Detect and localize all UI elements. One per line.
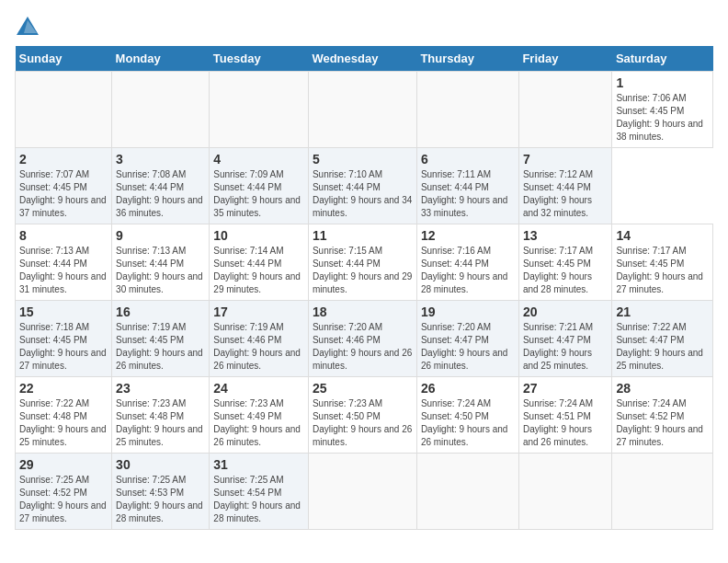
empty-cell [308, 454, 416, 530]
calendar-day-14: 14Sunrise: 7:17 AMSunset: 4:45 PMDayligh… [612, 224, 713, 301]
empty-cell [518, 454, 611, 530]
calendar-day-24: 24Sunrise: 7:23 AMSunset: 4:49 PMDayligh… [210, 377, 309, 454]
empty-cell [612, 454, 713, 530]
logo-icon [15, 15, 40, 37]
calendar-day-19: 19Sunrise: 7:20 AMSunset: 4:47 PMDayligh… [416, 301, 518, 377]
calendar-day-12: 12Sunrise: 7:16 AMSunset: 4:44 PMDayligh… [416, 224, 518, 301]
day-header-tuesday: Tuesday [210, 46, 309, 72]
day-header-sunday: Sunday [16, 46, 112, 72]
calendar-day-18: 18Sunrise: 7:20 AMSunset: 4:46 PMDayligh… [308, 301, 416, 377]
calendar-day-25: 25Sunrise: 7:23 AMSunset: 4:50 PMDayligh… [308, 377, 416, 454]
empty-cell [112, 72, 210, 148]
day-header-thursday: Thursday [416, 46, 518, 72]
calendar-day-8: 8Sunrise: 7:13 AMSunset: 4:44 PMDaylight… [16, 224, 112, 301]
calendar-table: SundayMondayTuesdayWednesdayThursdayFrid… [15, 46, 713, 530]
calendar-day-26: 26Sunrise: 7:24 AMSunset: 4:50 PMDayligh… [416, 377, 518, 454]
empty-cell [16, 72, 112, 148]
logo [15, 15, 42, 37]
calendar-day-20: 20Sunrise: 7:21 AMSunset: 4:47 PMDayligh… [518, 301, 611, 377]
calendar-day-11: 11Sunrise: 7:15 AMSunset: 4:44 PMDayligh… [308, 224, 416, 301]
calendar-week-0: 1Sunrise: 7:06 AMSunset: 4:45 PMDaylight… [16, 72, 713, 148]
calendar-day-17: 17Sunrise: 7:19 AMSunset: 4:46 PMDayligh… [210, 301, 309, 377]
calendar-day-29: 29Sunrise: 7:25 AMSunset: 4:52 PMDayligh… [16, 454, 112, 530]
day-header-wednesday: Wednesday [308, 46, 416, 72]
calendar-day-4: 4Sunrise: 7:09 AMSunset: 4:44 PMDaylight… [210, 148, 309, 224]
calendar-day-30: 30Sunrise: 7:25 AMSunset: 4:53 PMDayligh… [112, 454, 210, 530]
calendar-day-27: 27Sunrise: 7:24 AMSunset: 4:51 PMDayligh… [518, 377, 611, 454]
page-header [15, 15, 713, 37]
empty-cell [416, 454, 518, 530]
calendar-week-5: 29Sunrise: 7:25 AMSunset: 4:52 PMDayligh… [16, 454, 713, 530]
empty-cell [518, 72, 611, 148]
calendar-week-4: 22Sunrise: 7:22 AMSunset: 4:48 PMDayligh… [16, 377, 713, 454]
empty-cell [210, 72, 309, 148]
calendar-day-15: 15Sunrise: 7:18 AMSunset: 4:45 PMDayligh… [16, 301, 112, 377]
calendar-day-9: 9Sunrise: 7:13 AMSunset: 4:44 PMDaylight… [112, 224, 210, 301]
calendar-day-2: 2Sunrise: 7:07 AMSunset: 4:45 PMDaylight… [16, 148, 112, 224]
calendar-day-16: 16Sunrise: 7:19 AMSunset: 4:45 PMDayligh… [112, 301, 210, 377]
calendar-day-1: 1Sunrise: 7:06 AMSunset: 4:45 PMDaylight… [612, 72, 713, 148]
calendar-day-22: 22Sunrise: 7:22 AMSunset: 4:48 PMDayligh… [16, 377, 112, 454]
calendar-day-7: 7Sunrise: 7:12 AMSunset: 4:44 PMDaylight… [518, 148, 611, 224]
calendar-day-23: 23Sunrise: 7:23 AMSunset: 4:48 PMDayligh… [112, 377, 210, 454]
calendar-day-6: 6Sunrise: 7:11 AMSunset: 4:44 PMDaylight… [416, 148, 518, 224]
calendar-week-3: 15Sunrise: 7:18 AMSunset: 4:45 PMDayligh… [16, 301, 713, 377]
calendar-week-1: 2Sunrise: 7:07 AMSunset: 4:45 PMDaylight… [16, 148, 713, 224]
calendar-day-10: 10Sunrise: 7:14 AMSunset: 4:44 PMDayligh… [210, 224, 309, 301]
day-header-monday: Monday [112, 46, 210, 72]
empty-cell [416, 72, 518, 148]
calendar-day-21: 21Sunrise: 7:22 AMSunset: 4:47 PMDayligh… [612, 301, 713, 377]
empty-cell [308, 72, 416, 148]
calendar-week-2: 8Sunrise: 7:13 AMSunset: 4:44 PMDaylight… [16, 224, 713, 301]
calendar-day-28: 28Sunrise: 7:24 AMSunset: 4:52 PMDayligh… [612, 377, 713, 454]
calendar-day-31: 31Sunrise: 7:25 AMSunset: 4:54 PMDayligh… [210, 454, 309, 530]
calendar-day-5: 5Sunrise: 7:10 AMSunset: 4:44 PMDaylight… [308, 148, 416, 224]
calendar-day-13: 13Sunrise: 7:17 AMSunset: 4:45 PMDayligh… [518, 224, 611, 301]
day-header-friday: Friday [518, 46, 611, 72]
calendar-header-row: SundayMondayTuesdayWednesdayThursdayFrid… [16, 46, 713, 72]
calendar-day-3: 3Sunrise: 7:08 AMSunset: 4:44 PMDaylight… [112, 148, 210, 224]
day-header-saturday: Saturday [612, 46, 713, 72]
